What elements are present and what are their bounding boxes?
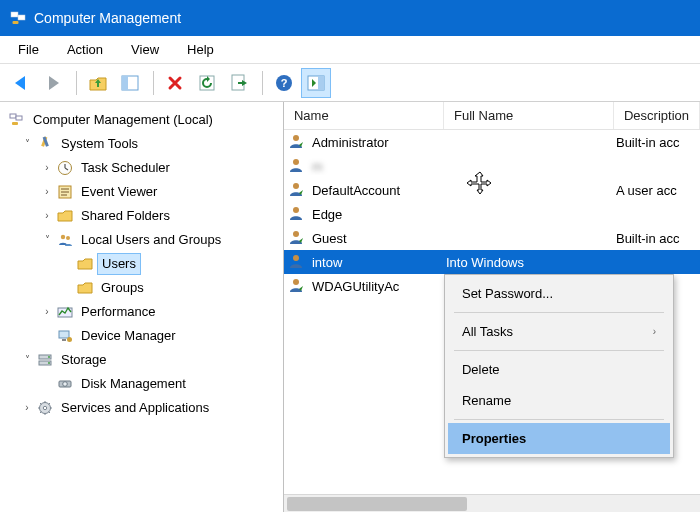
user-name: Edge xyxy=(312,207,342,222)
user-full-name: Into Windows xyxy=(444,255,614,270)
chevron-right-icon[interactable]: › xyxy=(40,209,54,223)
tree-label: Device Manager xyxy=(78,326,179,346)
tree-item-shared-folders[interactable]: › Shared Folders xyxy=(6,204,283,228)
window-title: Computer Management xyxy=(34,10,181,26)
refresh-button[interactable] xyxy=(192,68,222,98)
show-hide-tree-button[interactable] xyxy=(115,68,145,98)
cm-set-password[interactable]: Set Password... xyxy=(448,278,670,309)
column-header-name[interactable]: Name xyxy=(284,102,444,129)
toolbar-separator xyxy=(153,71,154,95)
tree-item-disk-management[interactable]: Disk Management xyxy=(6,372,283,396)
chevron-down-icon[interactable]: ˅ xyxy=(20,137,34,151)
tree-item-services-applications[interactable]: › Services and Applications xyxy=(6,396,283,420)
tree-label: Groups xyxy=(98,278,147,298)
list-item[interactable]: m xyxy=(284,154,700,178)
list-item[interactable]: intow Into Windows xyxy=(284,250,700,274)
performance-icon xyxy=(56,303,74,321)
computer-mgmt-icon xyxy=(8,111,26,129)
tree-label: Shared Folders xyxy=(78,206,173,226)
menu-view[interactable]: View xyxy=(117,38,173,61)
tree-label: Task Scheduler xyxy=(78,158,173,178)
tree-label: Disk Management xyxy=(78,374,189,394)
scrollbar-thumb[interactable] xyxy=(287,497,467,511)
navigation-tree[interactable]: Computer Management (Local) ˅ System Too… xyxy=(0,102,284,512)
horizontal-scrollbar[interactable] xyxy=(284,494,700,512)
users-list[interactable]: Name Full Name Description Administrator xyxy=(284,102,700,512)
tree-label: Local Users and Groups xyxy=(78,230,224,250)
tree-label: Services and Applications xyxy=(58,398,212,418)
column-header-full-name[interactable]: Full Name xyxy=(444,102,614,129)
svg-point-34 xyxy=(293,183,299,189)
svg-point-29 xyxy=(63,382,68,387)
user-name: m xyxy=(312,159,323,174)
tree-item-performance[interactable]: › Performance xyxy=(6,300,283,324)
user-icon xyxy=(288,181,306,199)
menu-action[interactable]: Action xyxy=(53,38,117,61)
help-button[interactable]: ? xyxy=(269,68,299,98)
svg-point-35 xyxy=(293,207,299,213)
chevron-right-icon[interactable]: › xyxy=(40,305,54,319)
tree-item-event-viewer[interactable]: › Event Viewer xyxy=(6,180,283,204)
tree-item-groups[interactable]: Groups xyxy=(6,276,283,300)
menu-file[interactable]: File xyxy=(4,38,53,61)
list-header[interactable]: Name Full Name Description xyxy=(284,102,700,130)
chevron-down-icon[interactable]: ˅ xyxy=(40,233,54,247)
svg-rect-1 xyxy=(18,15,25,20)
app-icon xyxy=(10,10,26,26)
folder-icon xyxy=(76,279,94,297)
up-folder-button[interactable] xyxy=(83,68,113,98)
user-name: intow xyxy=(312,255,342,270)
tree-item-storage[interactable]: ˅ Storage xyxy=(6,348,283,372)
chevron-down-icon[interactable]: ˅ xyxy=(20,353,34,367)
tree-label: Users xyxy=(97,253,141,275)
tree-item-users[interactable]: Users xyxy=(6,252,283,276)
svg-point-27 xyxy=(48,362,50,364)
forward-button[interactable] xyxy=(38,68,68,98)
export-list-button[interactable] xyxy=(224,68,254,98)
actions-pane-button[interactable] xyxy=(301,68,331,98)
svg-point-36 xyxy=(293,231,299,237)
context-menu: Set Password... All Tasks › Delete Renam… xyxy=(444,274,674,458)
user-description: A user acc xyxy=(614,183,700,198)
menubar: File Action View Help xyxy=(0,36,700,64)
svg-rect-0 xyxy=(11,12,18,17)
user-name: WDAGUtilityAc xyxy=(312,279,399,294)
back-button[interactable] xyxy=(6,68,36,98)
svg-rect-2 xyxy=(13,21,19,24)
chevron-right-icon[interactable]: › xyxy=(40,185,54,199)
tree-item-task-scheduler[interactable]: › Task Scheduler xyxy=(6,156,283,180)
cm-delete[interactable]: Delete xyxy=(448,354,670,385)
svg-point-38 xyxy=(293,279,299,285)
user-icon xyxy=(288,157,306,175)
spacer xyxy=(40,377,54,391)
storage-icon xyxy=(36,351,54,369)
tree-item-local-users-groups[interactable]: ˅ Local Users and Groups xyxy=(6,228,283,252)
disk-management-icon xyxy=(56,375,74,393)
user-name: DefaultAccount xyxy=(312,183,400,198)
folder-icon xyxy=(76,255,94,273)
list-item[interactable]: DefaultAccount A user acc xyxy=(284,178,700,202)
context-menu-separator xyxy=(454,312,664,313)
user-name: Administrator xyxy=(312,135,389,150)
users-groups-icon xyxy=(56,231,74,249)
context-menu-separator xyxy=(454,350,664,351)
cm-all-tasks[interactable]: All Tasks › xyxy=(448,316,670,347)
tree-label: Performance xyxy=(78,302,158,322)
chevron-right-icon: › xyxy=(653,326,656,337)
tree-label: System Tools xyxy=(58,134,141,154)
chevron-right-icon[interactable]: › xyxy=(20,401,34,415)
list-item[interactable]: Guest Built-in acc xyxy=(284,226,700,250)
menu-help[interactable]: Help xyxy=(173,38,228,61)
svg-point-18 xyxy=(61,235,65,239)
user-description: Built-in acc xyxy=(614,135,700,150)
list-item[interactable]: Edge xyxy=(284,202,700,226)
tree-item-system-tools[interactable]: ˅ System Tools xyxy=(6,132,283,156)
cm-rename[interactable]: Rename xyxy=(448,385,670,416)
column-header-description[interactable]: Description xyxy=(614,102,700,129)
cm-properties[interactable]: Properties xyxy=(448,423,670,454)
tree-item-device-manager[interactable]: Device Manager xyxy=(6,324,283,348)
chevron-right-icon[interactable]: › xyxy=(40,161,54,175)
delete-button[interactable] xyxy=(160,68,190,98)
tree-root[interactable]: Computer Management (Local) xyxy=(6,108,283,132)
list-item[interactable]: Administrator Built-in acc xyxy=(284,130,700,154)
